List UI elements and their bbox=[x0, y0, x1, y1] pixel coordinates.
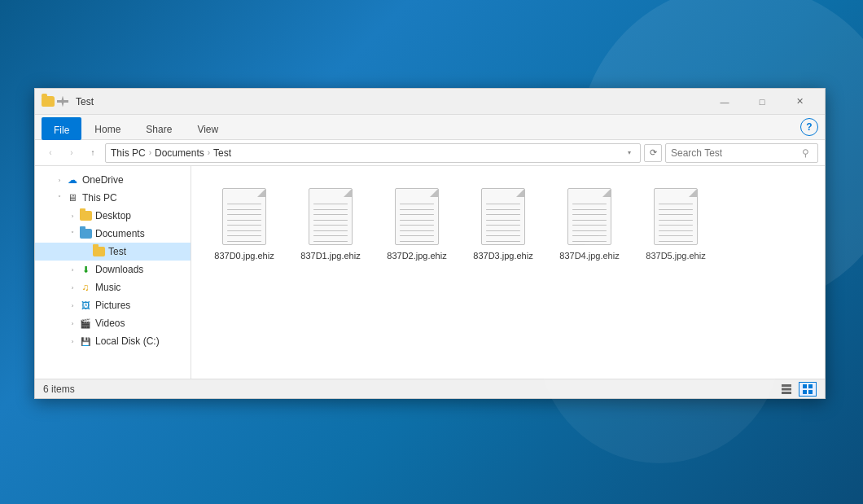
minimize-button[interactable]: — bbox=[706, 89, 743, 115]
pin-icon bbox=[56, 95, 69, 108]
downloads-icon: ⬇ bbox=[79, 263, 92, 276]
files-grid: 837D0.jpg.ehiz bbox=[208, 179, 808, 265]
file-name: 837D0.jpg.ehiz bbox=[214, 251, 274, 261]
thispc-icon: 🖥 bbox=[66, 191, 79, 204]
sidebar: › ☁ OneDrive ˅ 🖥 This PC › Desktop bbox=[35, 166, 191, 379]
titlebar: Test — □ ✕ bbox=[35, 89, 825, 115]
expand-videos[interactable]: › bbox=[68, 318, 77, 328]
address-bar[interactable]: This PC › Documents › Test ▾ bbox=[105, 143, 641, 163]
item-count: 6 items bbox=[43, 383, 75, 395]
expand-music[interactable]: › bbox=[68, 283, 77, 292]
search-input[interactable] bbox=[671, 147, 799, 159]
crumb-test: Test bbox=[213, 147, 231, 159]
close-button[interactable]: ✕ bbox=[781, 89, 818, 115]
expand-documents[interactable]: ˅ bbox=[68, 229, 77, 239]
list-item[interactable]: 837D5.jpg.ehiz bbox=[639, 179, 712, 265]
desktop-icon bbox=[79, 209, 92, 222]
back-button[interactable]: ‹ bbox=[42, 144, 59, 162]
details-view-button[interactable] bbox=[778, 382, 795, 397]
sidebar-item-videos[interactable]: › 🎬 Videos bbox=[35, 314, 191, 332]
refresh-button[interactable]: ⟳ bbox=[644, 144, 662, 162]
svg-rect-6 bbox=[808, 390, 813, 394]
list-item[interactable]: 837D2.jpg.ehiz bbox=[380, 179, 453, 265]
crumb-thispc: This PC bbox=[111, 147, 146, 159]
breadcrumb: This PC › Documents › Test bbox=[111, 147, 231, 159]
list-item[interactable]: 837D4.jpg.ehiz bbox=[553, 179, 626, 265]
svg-rect-0 bbox=[782, 384, 791, 387]
address-dropdown[interactable]: ▾ bbox=[624, 147, 635, 159]
file-doc-icon bbox=[395, 188, 439, 245]
expand-localdisk[interactable]: › bbox=[68, 336, 77, 346]
file-doc-icon bbox=[309, 188, 353, 245]
forward-button[interactable]: › bbox=[63, 144, 81, 162]
window-title: Test bbox=[76, 96, 706, 107]
svg-rect-5 bbox=[803, 390, 807, 394]
main-area: › ☁ OneDrive ˅ 🖥 This PC › Desktop bbox=[35, 166, 825, 379]
file-doc-icon bbox=[481, 188, 525, 245]
file-name: 837D3.jpg.ehiz bbox=[473, 251, 532, 261]
pictures-icon: 🖼 bbox=[79, 299, 92, 312]
file-name: 837D4.jpg.ehiz bbox=[559, 251, 619, 261]
expand-onedrive[interactable]: › bbox=[55, 175, 64, 185]
file-name: 837D5.jpg.ehiz bbox=[646, 251, 705, 261]
svg-rect-2 bbox=[782, 392, 791, 394]
expand-downloads[interactable]: › bbox=[68, 265, 77, 274]
sidebar-item-thispc[interactable]: ˅ 🖥 This PC bbox=[35, 189, 191, 207]
sidebar-item-pictures[interactable]: › 🖼 Pictures bbox=[35, 296, 191, 314]
expand-pictures[interactable]: › bbox=[68, 300, 77, 310]
sidebar-item-onedrive[interactable]: › ☁ OneDrive bbox=[35, 171, 191, 189]
ribbon: File Home Share View ? bbox=[35, 115, 825, 140]
svg-rect-3 bbox=[803, 384, 807, 388]
svg-rect-4 bbox=[808, 384, 813, 388]
list-item[interactable]: 837D3.jpg.ehiz bbox=[467, 179, 540, 265]
sidebar-item-downloads[interactable]: › ⬇ Downloads bbox=[35, 261, 191, 278]
up-button[interactable]: ↑ bbox=[84, 144, 102, 162]
sidebar-item-music[interactable]: › ♫ Music bbox=[35, 278, 191, 296]
maximize-button[interactable]: □ bbox=[743, 89, 781, 115]
status-bar: 6 items bbox=[35, 379, 825, 398]
tab-home[interactable]: Home bbox=[82, 116, 133, 139]
expand-thispc[interactable]: ˅ bbox=[55, 193, 64, 203]
list-item[interactable]: 837D1.jpg.ehiz bbox=[294, 179, 367, 265]
view-controls bbox=[778, 382, 817, 397]
search-box[interactable]: ⚲ bbox=[665, 143, 818, 163]
file-explorer-window: Test — □ ✕ File Home Share View ? ‹ › ↑ … bbox=[34, 88, 826, 399]
sidebar-item-localdisk[interactable]: › 💾 Local Disk (C:) bbox=[35, 332, 191, 350]
file-area: 837D0.jpg.ehiz bbox=[191, 166, 825, 379]
documents-icon bbox=[79, 227, 92, 240]
file-name: 837D1.jpg.ehiz bbox=[300, 251, 360, 261]
list-item[interactable]: 837D0.jpg.ehiz bbox=[208, 179, 281, 265]
videos-icon: 🎬 bbox=[79, 317, 92, 330]
expand-desktop[interactable]: › bbox=[68, 211, 77, 221]
folder-icon-title bbox=[42, 95, 55, 108]
svg-rect-1 bbox=[782, 388, 791, 390]
tab-share[interactable]: Share bbox=[134, 116, 184, 139]
sidebar-item-desktop[interactable]: › Desktop bbox=[35, 207, 191, 225]
onedrive-icon: ☁ bbox=[66, 173, 79, 186]
help-button[interactable]: ? bbox=[800, 118, 818, 136]
test-folder-icon bbox=[92, 245, 105, 258]
file-doc-icon bbox=[567, 188, 611, 245]
large-icons-view-button[interactable] bbox=[799, 382, 817, 397]
ribbon-tabs: File Home Share View ? bbox=[35, 115, 825, 139]
tab-file[interactable]: File bbox=[42, 117, 81, 140]
search-icon[interactable]: ⚲ bbox=[799, 146, 813, 160]
tab-view[interactable]: View bbox=[185, 116, 230, 139]
sidebar-item-documents[interactable]: ˅ Documents bbox=[35, 225, 191, 243]
address-row: ‹ › ↑ This PC › Documents › Test ▾ ⟳ ⚲ bbox=[35, 140, 825, 166]
music-icon: ♫ bbox=[79, 281, 92, 294]
window-controls: — □ ✕ bbox=[706, 89, 818, 115]
title-icons bbox=[42, 95, 69, 108]
file-doc-icon bbox=[222, 188, 266, 245]
file-doc-icon bbox=[654, 188, 698, 245]
drive-icon: 💾 bbox=[79, 335, 92, 348]
sidebar-item-test[interactable]: Test bbox=[35, 243, 191, 261]
crumb-documents: Documents bbox=[155, 147, 204, 159]
file-name: 837D2.jpg.ehiz bbox=[387, 251, 446, 261]
